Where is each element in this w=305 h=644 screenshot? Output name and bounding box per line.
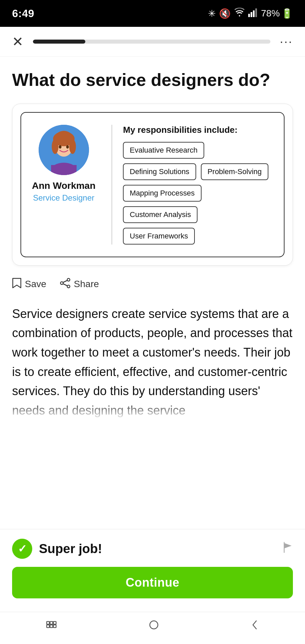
svg-rect-1 [251,12,252,17]
super-job-row: ✓ Super job! [12,539,293,559]
bookmark-icon [12,278,21,291]
sound-icon: 🔇 [219,8,231,19]
page-title: What do service designers do? [12,70,293,90]
main-content: What do service designers do? [0,57,305,529]
bottom-banner: ✓ Super job! Continue [0,529,305,612]
avatar [39,125,89,175]
nav-back-icon[interactable] [250,619,260,634]
share-label: Share [74,279,99,289]
responsibility-tag: Defining Solutions [123,163,196,180]
profile-card: Ann Workman Service Designer My responsi… [20,112,285,257]
responsibility-tag: Problem-Solving [201,163,268,180]
nav-home-icon[interactable] [148,619,160,634]
svg-line-18 [63,284,67,286]
tags-grid: Evaluative ResearchDefining SolutionsPro… [123,142,273,245]
body-paragraph: Service designers create service systems… [12,304,293,420]
svg-point-11 [66,145,69,149]
bottom-nav [0,612,305,644]
profile-left: Ann Workman Service Designer [32,125,106,203]
svg-rect-21 [53,622,56,624]
svg-rect-3 [255,8,257,17]
super-job-left: ✓ Super job! [12,539,102,559]
svg-point-16 [67,285,70,288]
status-icons: ✳ 🔇 78% 🔋 [208,8,293,19]
svg-point-9 [69,139,76,154]
battery-icon: 🔋 [281,8,293,19]
share-icon [60,278,71,291]
nav-bar: ✕ ··· [0,27,305,57]
nav-menu-icon[interactable] [45,620,57,634]
svg-rect-25 [150,621,158,629]
responsibility-tag: Mapping Processes [123,185,201,202]
more-button[interactable]: ··· [280,39,293,45]
battery-display: 78% 🔋 [261,8,293,19]
responsibility-tag: User Frameworks [123,228,195,245]
bluetooth-icon: ✳ [208,8,216,19]
flag-icon[interactable] [283,542,293,556]
svg-rect-19 [47,622,49,624]
svg-rect-2 [253,10,255,17]
svg-rect-0 [248,14,250,17]
signal-icon [248,8,258,19]
continue-button[interactable]: Continue [12,567,293,598]
profile-role: Service Designer [33,193,94,203]
super-job-text: Super job! [39,542,102,556]
status-time: 6:49 [12,7,34,20]
svg-rect-23 [50,625,53,628]
svg-point-15 [60,282,63,284]
save-label: Save [25,279,46,289]
svg-rect-24 [53,625,56,628]
close-button[interactable]: ✕ [12,35,24,48]
progress-fill [33,40,85,44]
svg-rect-20 [50,622,53,624]
profile-card-wrapper: Ann Workman Service Designer My responsi… [12,104,293,266]
svg-rect-22 [47,625,49,628]
svg-rect-13 [51,165,77,175]
responsibility-tag: Customer Analysis [123,206,198,223]
profile-right: My responsibilities include: Evaluative … [118,125,273,245]
check-icon: ✓ [18,542,27,555]
body-text: Service designers create service systems… [12,304,293,420]
wifi-icon [234,8,245,19]
svg-line-17 [63,280,67,282]
responsibility-tag: Evaluative Research [123,142,204,159]
actions-row: Save Share [12,278,293,291]
svg-point-8 [52,139,58,154]
svg-point-10 [59,145,61,149]
status-bar: 6:49 ✳ 🔇 78% 🔋 [0,0,305,27]
check-circle: ✓ [12,539,32,559]
profile-divider [112,125,112,245]
svg-point-14 [67,278,70,281]
profile-name: Ann Workman [32,180,95,191]
save-button[interactable]: Save [12,278,46,291]
share-button[interactable]: Share [60,278,99,291]
battery-percent: 78% [261,8,280,19]
responsibilities-title: My responsibilities include: [123,125,273,135]
progress-bar [33,40,270,44]
